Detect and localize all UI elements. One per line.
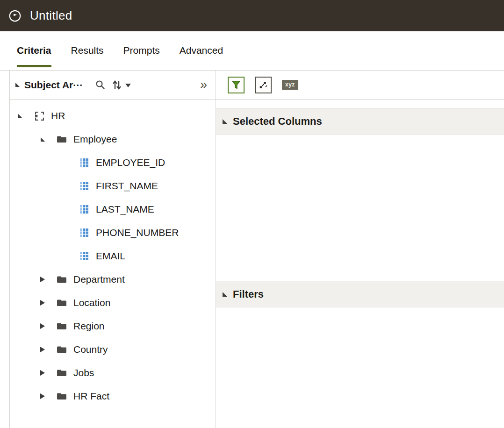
tree-node-label[interactable]: Employee: [73, 134, 117, 145]
tree-expander[interactable]: [14, 114, 27, 118]
tree-row[interactable]: EMAIL: [10, 244, 216, 268]
tree-expander[interactable]: [36, 277, 49, 282]
subject-areas-collapse-icon[interactable]: [15, 83, 20, 87]
workspace-gap: [216, 100, 504, 108]
column-icon: [78, 228, 90, 237]
tree-row[interactable]: Employee: [10, 128, 216, 151]
tree-expander[interactable]: [36, 137, 49, 142]
workspace-toolbar: xyz: [216, 71, 504, 100]
selected-columns-body: [216, 135, 504, 281]
expander-open-icon[interactable]: [41, 137, 45, 142]
selected-columns-collapse-icon[interactable]: [223, 119, 227, 124]
tab-prompts[interactable]: Prompts: [123, 31, 160, 67]
tab-results[interactable]: Results: [71, 31, 104, 67]
app-logo-icon: [7, 8, 22, 23]
content-area: Subject Ar··· » HREmployeeEMPLOYEE_IDFIR…: [0, 70, 504, 428]
folder-icon: [56, 322, 68, 330]
tree-expander[interactable]: [36, 370, 49, 376]
subject-area-icon: [33, 111, 45, 121]
panel-collapse-chevron-icon[interactable]: »: [200, 78, 209, 91]
folder-icon: [56, 369, 68, 377]
subject-areas-title: Subject Ar···: [24, 79, 83, 91]
folder-icon: [56, 392, 68, 400]
column-icon: [78, 205, 90, 214]
tree-row[interactable]: Jobs: [10, 361, 216, 385]
tree-row[interactable]: EMPLOYEE_ID: [10, 151, 216, 174]
expander-closed-icon[interactable]: [40, 393, 45, 399]
tree-node-label[interactable]: LAST_NAME: [96, 204, 154, 215]
subject-area-tree: HREmployeeEMPLOYEE_IDFIRST_NAMELAST_NAME…: [10, 100, 216, 408]
tree-node-label[interactable]: EMAIL: [96, 250, 125, 262]
expander-closed-icon[interactable]: [40, 323, 45, 329]
tree-node-label[interactable]: Location: [73, 297, 110, 308]
tree-row[interactable]: FIRST_NAME: [10, 174, 216, 198]
expander-closed-icon[interactable]: [40, 300, 45, 306]
tab-criteria[interactable]: Criteria: [17, 31, 51, 67]
folder-icon: [56, 345, 68, 354]
expander-closed-icon[interactable]: [40, 370, 45, 376]
tree-row[interactable]: Location: [10, 291, 216, 314]
tree-node-label[interactable]: PHONE_NUMBER: [96, 227, 179, 238]
subject-areas-panel: Subject Ar··· » HREmployeeEMPLOYEE_IDFIR…: [9, 71, 216, 428]
sort-caret-icon[interactable]: [125, 84, 131, 87]
tree-expander[interactable]: [36, 393, 49, 399]
sort-icon[interactable]: [111, 79, 131, 91]
tree-node-label[interactable]: Department: [73, 274, 125, 285]
filter-icon[interactable]: [228, 77, 245, 93]
filters-body: [216, 307, 504, 428]
selected-columns-header[interactable]: Selected Columns: [216, 108, 504, 135]
document-title: Untitled: [30, 8, 72, 23]
app-header: Untitled: [0, 0, 504, 31]
tree-expander[interactable]: [36, 347, 49, 352]
left-gutter: [0, 71, 9, 428]
tree-row[interactable]: PHONE_NUMBER: [10, 221, 216, 244]
tree-row[interactable]: LAST_NAME: [10, 198, 216, 221]
expander-closed-icon[interactable]: [40, 277, 45, 282]
tree-expander[interactable]: [36, 300, 49, 306]
folder-icon: [56, 299, 68, 307]
tree-node-label[interactable]: HR Fact: [73, 391, 109, 402]
tree-node-label[interactable]: Region: [73, 321, 105, 332]
tree-row[interactable]: Department: [10, 268, 216, 291]
tree-row[interactable]: Region: [10, 314, 216, 338]
subject-areas-header: Subject Ar··· »: [10, 71, 216, 100]
xyz-icon[interactable]: xyz: [282, 80, 298, 89]
selected-columns-title: Selected Columns: [233, 115, 322, 128]
tree-expander[interactable]: [36, 323, 49, 329]
column-icon: [78, 182, 90, 190]
tabs: CriteriaResultsPromptsAdvanced: [0, 31, 504, 70]
tree-node-label[interactable]: HR: [51, 110, 65, 121]
selection-steps-icon[interactable]: [255, 77, 272, 93]
tree-row[interactable]: Country: [10, 338, 216, 361]
tree-node-label[interactable]: Country: [73, 344, 108, 355]
column-icon: [78, 252, 90, 260]
tree-node-label[interactable]: Jobs: [73, 367, 94, 378]
folder-icon: [56, 135, 68, 143]
tree-node-label[interactable]: FIRST_NAME: [96, 180, 158, 192]
filters-collapse-icon[interactable]: [223, 292, 227, 297]
workspace-panel: xyz Selected Columns Filters: [216, 71, 504, 428]
column-icon: [78, 158, 90, 167]
filters-title: Filters: [233, 288, 264, 300]
filters-header[interactable]: Filters: [216, 281, 504, 307]
tab-advanced[interactable]: Advanced: [180, 31, 223, 67]
tree-node-label[interactable]: EMPLOYEE_ID: [96, 157, 165, 168]
search-icon[interactable]: [95, 79, 106, 91]
tree-row[interactable]: HR Fact: [10, 385, 216, 408]
expander-open-icon[interactable]: [18, 114, 22, 118]
folder-icon: [56, 275, 68, 284]
expander-closed-icon[interactable]: [40, 347, 45, 352]
tree-row[interactable]: HR: [10, 104, 216, 128]
